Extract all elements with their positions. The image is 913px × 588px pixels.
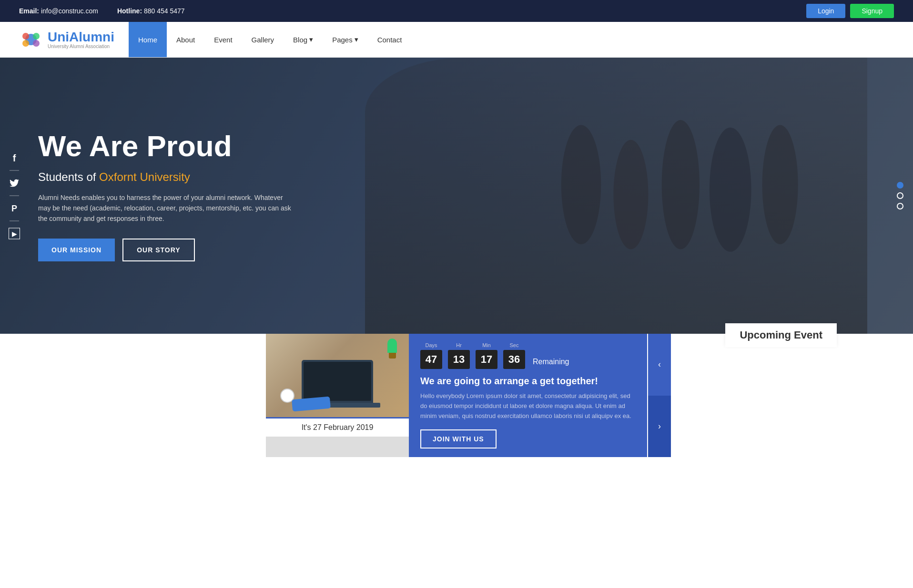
pages-dropdown-icon: ▾ (355, 35, 358, 44)
hero-content: We Are Proud Students of Oxfornt Univers… (0, 130, 334, 261)
hero-buttons: OUR MISSION OUR STORY (38, 239, 295, 261)
signup-button[interactable]: Signup (850, 4, 894, 18)
upcoming-event-label: Upcoming Event (725, 323, 837, 347)
countdown-hours: Hr 13 (448, 342, 470, 369)
pinterest-icon[interactable]: P (9, 203, 20, 214)
story-button[interactable]: OUR STORY (122, 239, 194, 261)
event-prev-button[interactable]: ‹ (648, 334, 671, 396)
plant (385, 339, 399, 358)
social-divider-3 (10, 221, 19, 221)
nav-item-about[interactable]: About (167, 22, 204, 57)
blog-dropdown-icon: ▾ (309, 35, 313, 44)
hero-subtitle-highlight: Oxfornt University (99, 170, 190, 183)
social-sidebar: f P ▶ (9, 152, 20, 239)
nav-links: Home About Event Gallery Blog ▾ Pages ▾ … (129, 22, 894, 57)
countdown-days: Days 47 (420, 342, 442, 369)
hero-description: Alumni Needs enables you to harness the … (38, 192, 295, 224)
join-button[interactable]: JOIN WITH US (420, 429, 497, 448)
hotline-info: Hotline: 880 454 5477 (117, 7, 185, 15)
logo[interactable]: UniAlumni University Alumni Association (19, 22, 114, 57)
logo-subtitle: University Alumni Association (48, 44, 114, 49)
event-card: It's 27 February 2019 Days 47 Hr 13 Min … (266, 334, 647, 457)
youtube-icon[interactable]: ▶ (9, 228, 20, 239)
social-divider-2 (10, 196, 19, 196)
social-divider-1 (10, 170, 19, 171)
email-label: Email: (19, 7, 39, 15)
email-info: Email: info@construc.com (19, 7, 98, 15)
hero-section: f P ▶ We Are Proud Students of Oxfornt U… (0, 58, 913, 334)
hotline-value: 880 454 5477 (144, 7, 185, 15)
event-image-area: It's 27 February 2019 (266, 334, 409, 457)
event-content: Days 47 Hr 13 Min 17 Sec 36 Remaining We… (409, 334, 647, 457)
slider-dot-1[interactable] (897, 182, 903, 189)
slider-dots (897, 182, 903, 209)
event-image (266, 334, 409, 417)
twitter-icon[interactable] (9, 178, 20, 189)
top-bar-contact: Email: info@construc.com Hotline: 880 45… (19, 7, 185, 15)
logo-title: UniAlumni (48, 30, 114, 44)
event-next-button[interactable]: › (648, 396, 671, 458)
hr-value: 13 (448, 350, 470, 369)
event-navigation: ‹ › (648, 334, 671, 457)
event-description: Hello everybody Lorem ipsum dolor sit am… (420, 391, 636, 421)
sec-label: Sec (510, 342, 519, 348)
svg-point-2 (33, 33, 40, 40)
hero-title: We Are Proud (38, 130, 295, 162)
top-bar: Email: info@construc.com Hotline: 880 45… (0, 0, 913, 22)
nav-item-gallery[interactable]: Gallery (242, 22, 284, 57)
event-title: We are going to arrange a get together! (420, 376, 636, 387)
nav-item-event[interactable]: Event (204, 22, 242, 57)
nav-item-blog[interactable]: Blog ▾ (284, 22, 323, 57)
navbar: UniAlumni University Alumni Association … (0, 22, 913, 58)
remaining-text: Remaining (533, 358, 569, 369)
countdown-seconds: Sec 36 (503, 342, 525, 369)
nav-item-home[interactable]: Home (129, 22, 167, 57)
top-bar-auth: Login Signup (806, 4, 894, 18)
login-button[interactable]: Login (806, 4, 845, 18)
event-date: It's 27 February 2019 (266, 417, 409, 437)
sec-value: 36 (503, 350, 525, 369)
hr-label: Hr (456, 342, 462, 348)
email-value: info@construc.com (41, 7, 98, 15)
hotline-label: Hotline: (117, 7, 142, 15)
mission-button[interactable]: OUR MISSION (38, 239, 115, 261)
nav-item-pages[interactable]: Pages ▾ (323, 22, 368, 57)
slider-dot-3[interactable] (897, 203, 903, 209)
logo-text: UniAlumni University Alumni Association (48, 30, 114, 49)
slider-dot-2[interactable] (897, 192, 903, 199)
countdown-row: Days 47 Hr 13 Min 17 Sec 36 Remaining (420, 342, 636, 369)
hero-subtitle-prefix: Students of (38, 170, 99, 183)
facebook-icon[interactable]: f (9, 152, 20, 164)
days-label: Days (425, 342, 437, 348)
countdown-minutes: Min 17 (476, 342, 497, 369)
hero-subtitle: Students of Oxfornt University (38, 170, 295, 184)
logo-icon (19, 28, 43, 51)
min-label: Min (482, 342, 491, 348)
svg-point-3 (22, 40, 29, 47)
nav-item-contact[interactable]: Contact (368, 22, 412, 57)
min-value: 17 (476, 350, 497, 369)
event-section: Upcoming Event (0, 334, 913, 457)
svg-point-4 (33, 40, 40, 47)
svg-point-1 (22, 33, 29, 40)
days-value: 47 (420, 350, 442, 369)
